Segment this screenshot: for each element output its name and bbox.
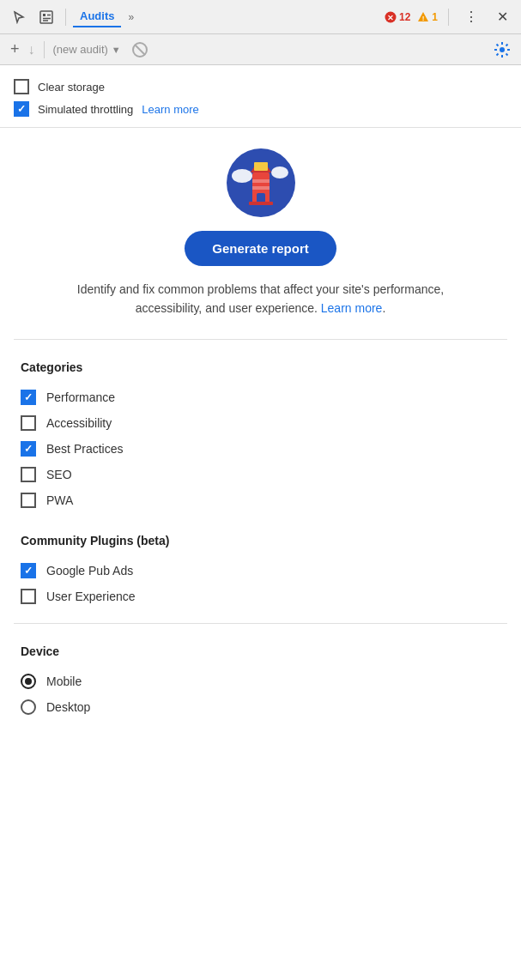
- simulated-throttling-checkbox[interactable]: [14, 101, 29, 117]
- warning-badge: ! 1: [417, 11, 438, 23]
- second-toolbar: + ↓ (new audit) ▼: [0, 34, 521, 65]
- lighthouse-logo: [227, 148, 295, 217]
- svg-rect-18: [252, 186, 270, 190]
- options-area: Clear storage Simulated throttling Learn…: [0, 65, 521, 128]
- svg-rect-0: [40, 11, 52, 23]
- device-title: Device: [21, 644, 500, 658]
- hero-description: Identify and fix common problems that af…: [55, 280, 467, 318]
- google-pub-ads-row: Google Pub Ads: [21, 558, 500, 584]
- second-toolbar-divider: [44, 41, 45, 58]
- toolbar-divider-1: [65, 9, 66, 26]
- community-plugins-title: Community Plugins (beta): [21, 534, 500, 547]
- svg-point-11: [500, 47, 505, 52]
- description-suffix: .: [382, 301, 385, 315]
- svg-line-10: [135, 45, 145, 55]
- community-plugins-section: Community Plugins (beta) Google Pub Ads …: [0, 520, 521, 616]
- seo-checkbox[interactable]: [21, 467, 36, 482]
- add-audit-button[interactable]: +: [7, 39, 23, 60]
- mobile-label: Mobile: [46, 675, 82, 688]
- svg-text:!: !: [422, 15, 425, 22]
- warning-count: 1: [432, 11, 438, 23]
- mobile-radio-row: Mobile: [21, 668, 500, 694]
- throttling-learn-more-link[interactable]: Learn more: [142, 103, 198, 116]
- performance-label: Performance: [46, 390, 115, 404]
- category-accessibility-row: Accessibility: [21, 410, 500, 436]
- desktop-label: Desktop: [46, 700, 90, 714]
- error-icon: ✕: [385, 11, 397, 23]
- svg-rect-17: [252, 179, 270, 183]
- audit-select[interactable]: (new audit) ▼: [53, 43, 121, 56]
- category-pwa-row: PWA: [21, 487, 500, 513]
- top-toolbar: Audits » ✕ 12 ! 1 ⋮ ✕: [0, 0, 521, 34]
- pwa-label: PWA: [46, 493, 73, 507]
- clear-storage-label: Clear storage: [38, 81, 105, 94]
- category-seo-row: SEO: [21, 462, 500, 487]
- close-icon[interactable]: ✕: [490, 5, 514, 29]
- svg-rect-1: [43, 14, 45, 16]
- svg-rect-20: [249, 202, 273, 205]
- categories-title: Categories: [21, 360, 500, 374]
- dropdown-arrow-icon[interactable]: ▼: [112, 45, 121, 55]
- desktop-radio[interactable]: [21, 699, 36, 715]
- divider-2: [14, 623, 507, 624]
- best-practices-label: Best Practices: [46, 442, 123, 456]
- warning-icon: !: [417, 11, 429, 23]
- more-tabs-icon[interactable]: »: [124, 9, 137, 25]
- svg-point-12: [232, 169, 252, 183]
- new-audit-label: (new audit): [53, 43, 108, 56]
- category-best-practices-row: Best Practices: [21, 436, 500, 462]
- gear-icon: [494, 41, 511, 58]
- svg-text:✕: ✕: [387, 14, 394, 22]
- desktop-radio-row: Desktop: [21, 694, 500, 720]
- category-performance-row: Performance: [21, 384, 500, 410]
- no-icon: [131, 41, 148, 58]
- generate-report-button[interactable]: Generate report: [185, 231, 336, 266]
- svg-point-13: [271, 166, 288, 178]
- svg-rect-16: [254, 162, 268, 171]
- settings-gear-button[interactable]: [490, 38, 514, 62]
- user-experience-row: User Experience: [21, 584, 500, 609]
- toolbar-divider-2: [448, 9, 449, 26]
- best-practices-checkbox[interactable]: [21, 441, 36, 457]
- google-pub-ads-checkbox[interactable]: [21, 563, 36, 578]
- performance-checkbox[interactable]: [21, 390, 36, 405]
- download-icon[interactable]: ↓: [28, 42, 35, 57]
- block-icon[interactable]: [130, 39, 150, 60]
- description-text: Identify and fix common problems that af…: [77, 282, 444, 315]
- simulated-throttling-row: Simulated throttling Learn more: [14, 98, 507, 120]
- inspect-icon[interactable]: [34, 5, 58, 29]
- cursor-icon[interactable]: [7, 5, 31, 29]
- seo-label: SEO: [46, 468, 72, 481]
- mobile-radio[interactable]: [21, 674, 36, 689]
- main-content: Clear storage Simulated throttling Learn…: [0, 65, 521, 980]
- error-badge: ✕ 12: [385, 11, 410, 23]
- divider-1: [14, 339, 507, 340]
- error-count: 12: [399, 11, 410, 23]
- hero-learn-more-link[interactable]: Learn more: [321, 301, 383, 315]
- simulated-throttling-label: Simulated throttling: [38, 103, 133, 116]
- hero-area: Generate report Identify and fix common …: [0, 128, 521, 332]
- user-experience-label: User Experience: [46, 590, 136, 603]
- accessibility-checkbox[interactable]: [21, 415, 36, 431]
- device-section: Device Mobile Desktop: [0, 631, 521, 734]
- clear-storage-checkbox[interactable]: [14, 79, 29, 94]
- user-experience-checkbox[interactable]: [21, 589, 36, 604]
- accessibility-label: Accessibility: [46, 416, 112, 430]
- badge-area: ✕ 12 ! 1 ⋮ ✕: [385, 5, 514, 29]
- more-menu-icon[interactable]: ⋮: [459, 5, 483, 29]
- google-pub-ads-label: Google Pub Ads: [46, 564, 133, 578]
- audits-tab[interactable]: Audits: [73, 6, 121, 27]
- pwa-checkbox[interactable]: [21, 493, 36, 508]
- categories-section: Categories Performance Accessibility Bes…: [0, 347, 521, 520]
- clear-storage-row: Clear storage: [14, 76, 507, 98]
